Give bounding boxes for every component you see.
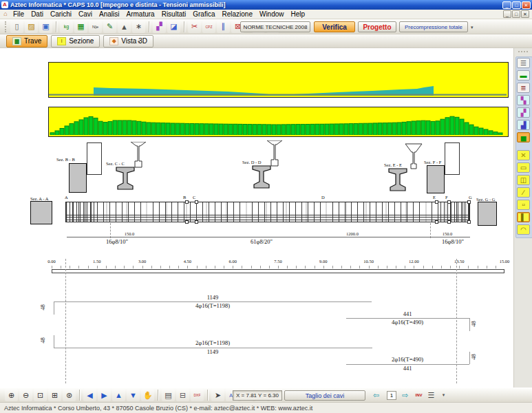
- sigma-diagram-1-icon[interactable]: ▚: [517, 95, 530, 105]
- menu-carichi[interactable]: Carichi: [47, 10, 75, 18]
- view-toolbar-dropdown-icon[interactable]: ▾: [138, 39, 140, 45]
- bar3-hook: [54, 335, 54, 348]
- tab-sezione[interactable]: ΙSezione: [51, 35, 100, 47]
- tab-trave[interactable]: ▆Trave: [6, 35, 47, 47]
- home-icon[interactable]: ⌂: [1, 10, 10, 18]
- moment-diagram-icon[interactable]: ▞: [153, 21, 166, 33]
- menu-grafica[interactable]: Grafica: [189, 10, 218, 18]
- prev-page-icon[interactable]: ⇦: [370, 390, 382, 401]
- section-c-label: Sez. C - C: [106, 161, 125, 166]
- interaction-diagram-icon[interactable]: ◪: [167, 21, 180, 33]
- section-d-label: Sez. D - D: [242, 160, 261, 165]
- right-toolbar: ☰▬≣▚▞▟▅✕▭◫∕¹²▌◠: [513, 48, 532, 388]
- section-d-outline: [267, 140, 282, 167]
- menu-window[interactable]: Window: [256, 10, 288, 18]
- taglio-dei-cavi-button[interactable]: Taglio dei cavi: [284, 390, 365, 401]
- sigma-diagram-2-icon[interactable]: ▞: [517, 107, 530, 118]
- ruler-tick-3.00: 3.00: [138, 259, 146, 264]
- menu-cavi[interactable]: Cavi: [75, 10, 96, 18]
- toolbar-dropdown-icon[interactable]: ▾: [471, 25, 474, 30]
- drawing-canvas[interactable]: Sez. B - B Sez. C - C Sez. D - D Sez. E …: [0, 48, 513, 388]
- beam-view-icon[interactable]: ▭: [517, 162, 530, 173]
- pan-right-icon[interactable]: ▶: [98, 389, 111, 401]
- run-analysis-icon[interactable]: ▬: [517, 70, 530, 81]
- ruler-tick-6.00: 6.00: [229, 259, 237, 264]
- progetto-button[interactable]: Progetto: [358, 21, 396, 32]
- mdi-minimize-button[interactable]: _: [503, 10, 511, 18]
- menu-help[interactable]: Help: [288, 10, 309, 18]
- distinta-icon[interactable]: ≣: [517, 83, 530, 93]
- section-c-beam: [116, 167, 135, 190]
- edit-pencil-icon[interactable]: ✎: [103, 21, 116, 33]
- menu-bar: ⌂ FileDatiCarichiCaviAnalisiArmaturaRisu…: [0, 10, 532, 19]
- cut-sections-icon[interactable]: ✂: [188, 21, 201, 33]
- mdi-restore-button[interactable]: □: [512, 10, 520, 18]
- close-button[interactable]: ✕: [522, 1, 531, 9]
- zoom-previous-icon[interactable]: ⊛: [63, 389, 76, 401]
- bar-numbers-icon[interactable]: ¹²: [517, 200, 530, 210]
- print-preview-icon[interactable]: ▤: [162, 389, 175, 401]
- rebar-layout-icon[interactable]: ☰: [517, 58, 530, 68]
- menu-armatura[interactable]: Armatura: [123, 10, 158, 18]
- layers-menu-icon[interactable]: ☰: [425, 390, 437, 401]
- menu-analisi[interactable]: Analisi: [96, 10, 123, 18]
- tension-bars-icon[interactable]: ∥: [217, 21, 230, 33]
- next-page-icon[interactable]: ⇨: [399, 390, 411, 401]
- units-kgcm-icon[interactable]: kg: [60, 21, 73, 33]
- zoom-window-icon[interactable]: ⊡: [34, 389, 47, 401]
- sigma-diagram-3-icon[interactable]: ▟: [517, 120, 530, 130]
- save-view-icon[interactable]: ▣: [39, 21, 52, 33]
- section-e-outline: [405, 143, 423, 169]
- tab-vista-3d-label: Vista 3D: [121, 37, 147, 45]
- menu-dati[interactable]: Dati: [28, 10, 47, 18]
- dxf-export-icon[interactable]: DXF: [191, 389, 204, 401]
- tension-diagram-top: [48, 62, 509, 98]
- anchorage-icon[interactable]: ◠: [517, 224, 530, 235]
- pan-up-icon[interactable]: ▲: [112, 389, 125, 401]
- zoom-extents-icon[interactable]: ⊞: [48, 389, 61, 401]
- section-e-beam: [388, 168, 407, 191]
- cpz-icon[interactable]: CPZ: [202, 21, 215, 33]
- section-d-beam: [252, 165, 271, 189]
- print-icon[interactable]: ⊟: [176, 389, 189, 401]
- loads-ne-icon[interactable]: N|e: [89, 21, 102, 33]
- tab-vista-3d[interactable]: ◆Vista 3D: [103, 35, 153, 47]
- precompressione-button[interactable]: Precompressione totale: [399, 21, 468, 32]
- hide-section-icon[interactable]: ✕: [517, 150, 530, 160]
- bar3-spec: 2φ16(T=1198): [195, 340, 230, 346]
- top-diagram-band: [49, 63, 507, 96]
- dim-dash-right: [430, 223, 431, 238]
- zoom-in-icon[interactable]: ⊕: [5, 389, 18, 401]
- menu-risultati[interactable]: Risultati: [158, 10, 190, 18]
- ruler-bar: [52, 269, 504, 273]
- new-file-icon[interactable]: ▯: [10, 21, 23, 33]
- inv-icon[interactable]: INV: [413, 390, 425, 401]
- menu-file[interactable]: File: [10, 10, 28, 18]
- pan-hand-icon[interactable]: ✋: [141, 389, 154, 401]
- pan-down-icon[interactable]: ▼: [127, 389, 140, 401]
- open-folder-icon[interactable]: ▨: [25, 21, 38, 33]
- minimize-button[interactable]: _: [502, 1, 511, 9]
- toolbar-separator: [56, 21, 56, 32]
- mdi-close-button[interactable]: ✕: [521, 10, 529, 18]
- materials-table-icon[interactable]: ▦: [74, 21, 87, 33]
- cable-layout-icon[interactable]: ▌: [517, 212, 530, 222]
- ruler-tick-4.50: 4.50: [184, 259, 191, 264]
- impegno-diagram-icon[interactable]: ▅: [517, 132, 530, 142]
- pan-left-icon[interactable]: ◀: [83, 389, 96, 401]
- verifica-button[interactable]: Verifica: [314, 21, 355, 32]
- section-cut-icon[interactable]: ◫: [517, 175, 530, 185]
- tab-vista-3d-icon: ◆: [109, 37, 118, 45]
- slope-icon[interactable]: ∕: [517, 187, 530, 198]
- menu-relazione[interactable]: Relazione: [218, 10, 255, 18]
- options-knot-icon[interactable]: ∗: [132, 21, 145, 33]
- analysis-truss-icon[interactable]: ▲: [118, 21, 131, 33]
- select-icon[interactable]: ➤: [211, 389, 224, 401]
- maximize-button[interactable]: □: [512, 1, 521, 9]
- bottom-dropdown-icon[interactable]: ▾: [438, 390, 449, 401]
- dim-1200: 1200.0: [346, 231, 359, 236]
- norme-tecniche-button[interactable]: NORME TECNICHE 2008: [240, 21, 310, 32]
- zoom-out-icon[interactable]: ⊖: [19, 389, 32, 401]
- toolbar-separator: [207, 390, 208, 401]
- page-number-field[interactable]: 1: [387, 391, 396, 400]
